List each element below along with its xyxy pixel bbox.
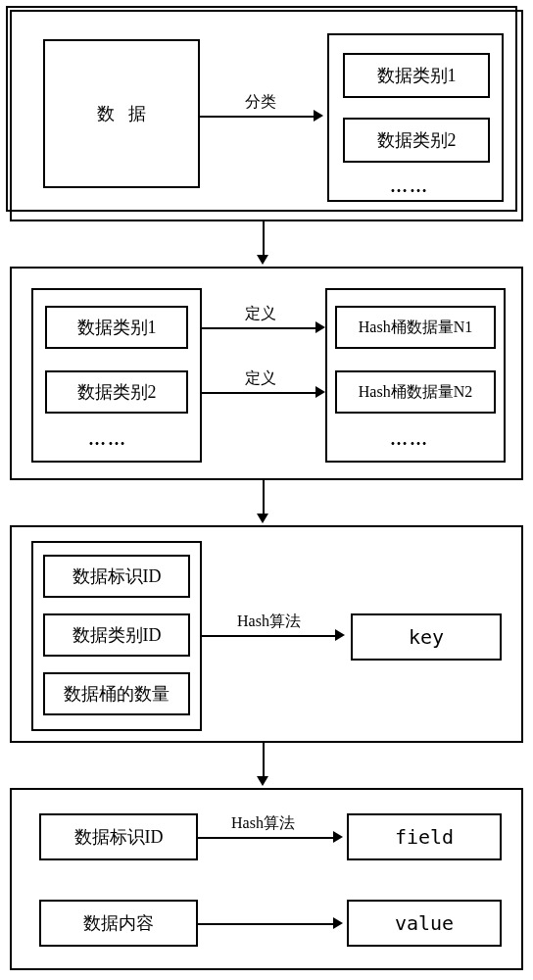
arrow-s2-s3 xyxy=(263,480,265,515)
data-id-box: 数据标识ID xyxy=(43,555,190,598)
left-cat2-box: 数据类别2 xyxy=(45,370,188,414)
data-content-label: 数据内容 xyxy=(83,911,154,935)
hash-n2-label: Hash桶数据量N2 xyxy=(359,382,472,403)
arrow-value xyxy=(198,923,335,925)
category-2-label: 数据类别2 xyxy=(377,128,457,152)
stage-4-field-value: 数据标识ID Hash算法 field 数据内容 value xyxy=(10,788,523,970)
hash-n2-box: Hash桶数据量N2 xyxy=(335,370,496,414)
arrow-hash-key-head xyxy=(335,629,345,641)
arrow-s1-s2 xyxy=(263,221,265,257)
category-id-box: 数据类别ID xyxy=(43,613,190,657)
left-cat2-label: 数据类别2 xyxy=(77,380,157,404)
arrow-hash-field xyxy=(198,837,335,839)
arrow-define-1-label: 定义 xyxy=(243,304,278,324)
arrow-define-1 xyxy=(202,327,317,329)
data-id-label: 数据标识ID xyxy=(73,564,162,588)
value-label: value xyxy=(395,911,454,935)
data-id-label-2: 数据标识ID xyxy=(74,825,164,849)
stage-2-define: 数据类别1 数据类别2 …… 定义 定义 Hash桶数据量N1 Hash桶数据量… xyxy=(10,267,523,480)
key-label: key xyxy=(409,625,444,649)
arrow-define-2-label: 定义 xyxy=(243,368,278,389)
right-dots: …… xyxy=(390,429,429,450)
arrow-define-2-head xyxy=(315,386,325,398)
stage-1-classify: 数据 分类 数据类别1 数据类别2 …… xyxy=(10,10,523,221)
value-box: value xyxy=(347,900,502,947)
arrow-hash-key xyxy=(202,635,337,637)
key-box: key xyxy=(351,613,502,661)
hash-n1-box: Hash桶数据量N1 xyxy=(335,306,496,349)
arrow-classify-head xyxy=(314,110,323,122)
data-label: 数据 xyxy=(83,102,160,125)
arrow-s1-s2-head xyxy=(257,255,268,265)
arrow-s2-s3-head xyxy=(257,514,268,523)
arrow-hash-key-label: Hash算法 xyxy=(235,612,303,632)
category-dots: …… xyxy=(390,176,429,197)
arrow-classify xyxy=(200,116,315,118)
arrow-classify-label: 分类 xyxy=(243,92,278,113)
arrow-hash-field-label: Hash算法 xyxy=(229,813,297,834)
arrow-define-2 xyxy=(202,392,317,394)
hash-n1-label: Hash桶数据量N1 xyxy=(359,318,472,338)
category-id-label: 数据类别ID xyxy=(73,623,162,647)
arrow-value-head xyxy=(333,917,343,929)
arrow-hash-field-head xyxy=(333,831,343,843)
category-2-box: 数据类别2 xyxy=(343,118,490,163)
field-label: field xyxy=(395,825,454,849)
bucket-count-box: 数据桶的数量 xyxy=(43,672,190,715)
data-box: 数据 xyxy=(43,39,200,188)
left-dots: …… xyxy=(88,429,127,450)
left-cat1-label: 数据类别1 xyxy=(77,316,157,339)
arrow-define-1-head xyxy=(315,321,325,333)
category-1-label: 数据类别1 xyxy=(377,64,457,87)
data-id-box-2: 数据标识ID xyxy=(39,813,198,860)
arrow-s3-s4-head xyxy=(257,776,268,786)
stage-3-hash-key: 数据标识ID 数据类别ID 数据桶的数量 Hash算法 key xyxy=(10,525,523,743)
arrow-s3-s4 xyxy=(263,743,265,778)
field-box: field xyxy=(347,813,502,860)
data-content-box: 数据内容 xyxy=(39,900,198,947)
category-1-box: 数据类别1 xyxy=(343,53,490,98)
bucket-count-label: 数据桶的数量 xyxy=(64,682,170,706)
left-cat1-box: 数据类别1 xyxy=(45,306,188,349)
